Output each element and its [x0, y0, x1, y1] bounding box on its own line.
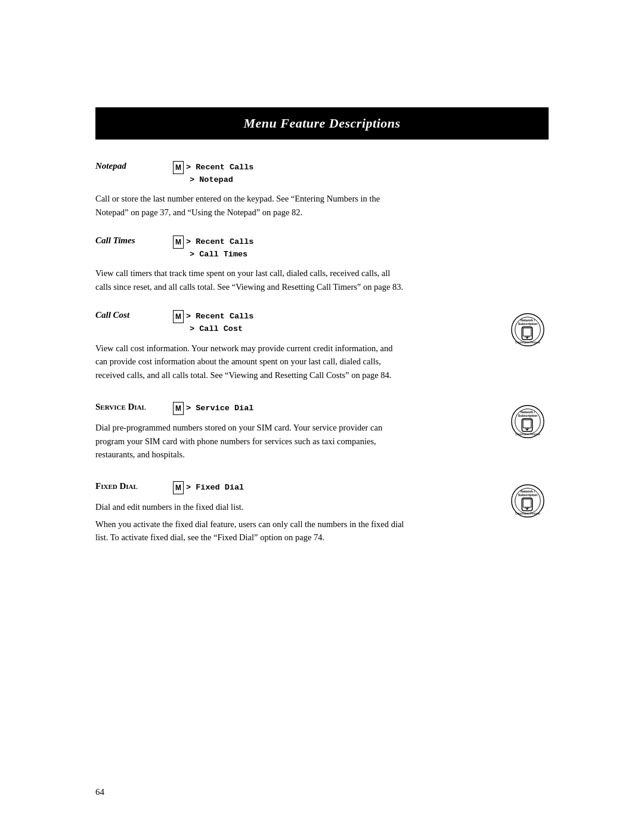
svg-rect-16: [525, 429, 530, 429]
call-cost-text: View call cost information. Your network…: [95, 342, 405, 382]
page: Menu Feature Descriptions Notepad M > Re…: [0, 0, 644, 833]
notepad-header: Notepad M > Recent Calls > Notepad: [95, 161, 549, 186]
notepad-body: Call or store the last number entered on…: [95, 192, 405, 219]
svg-rect-14: [523, 420, 531, 428]
page-number: 64: [95, 787, 104, 797]
call-cost-title: Call Cost: [95, 310, 173, 320]
call-cost-content: Call Cost M > Recent Calls > Call Cost V…: [95, 310, 549, 385]
menu-icon-fixeddial: M: [173, 481, 184, 494]
fixed-dial-header: Fixed Dial M > Fixed Dial: [95, 481, 507, 494]
svg-text:Dependent Feature: Dependent Feature: [515, 342, 540, 345]
svg-rect-7: [525, 337, 530, 337]
svg-rect-25: [525, 508, 530, 509]
menu-icon-servicedial: M: [173, 402, 184, 415]
network-subscription-badge-fixed: Network / Subscription Dependent Feature: [510, 484, 545, 518]
menu-icon-callcost: M: [173, 310, 184, 323]
fixed-dial-nav: M > Fixed Dial: [173, 481, 244, 494]
call-cost-nav: M > Recent Calls > Call Cost: [173, 310, 253, 335]
service-dial-body: Dial pre-programmed numbers stored on yo…: [95, 421, 405, 461]
fixed-dial-badge-area: Network / Subscription Dependent Feature: [507, 481, 549, 518]
section-call-cost: Call Cost M > Recent Calls > Call Cost V…: [95, 310, 549, 385]
service-dial-title: Service Dial: [95, 402, 173, 412]
section-notepad: Notepad M > Recent Calls > Notepad Call …: [95, 161, 549, 219]
fixed-dial-body: Dial and edit numbers in the fixed dial …: [95, 500, 405, 544]
fixed-dial-title: Fixed Dial: [95, 481, 173, 491]
call-cost-body: View call cost information. Your network…: [95, 342, 405, 382]
call-times-nav: M > Recent Calls > Call Times: [173, 236, 253, 261]
fixed-dial-text-2: When you activate the fixed dial feature…: [95, 518, 405, 544]
call-cost-left: Call Cost M > Recent Calls > Call Cost V…: [95, 310, 507, 385]
page-header: Menu Feature Descriptions: [95, 107, 549, 140]
page-title: Menu Feature Descriptions: [107, 116, 537, 131]
network-subscription-badge-service: Network / Subscription Dependent Feature: [510, 404, 545, 439]
notepad-nav-line1: > Recent Calls: [186, 162, 253, 174]
notepad-nav: M > Recent Calls > Notepad: [173, 161, 253, 186]
notepad-nav-line2: > Notepad: [190, 174, 233, 186]
svg-rect-5: [523, 328, 531, 336]
call-times-nav-line1: > Recent Calls: [186, 236, 253, 248]
call-times-header: Call Times M > Recent Calls > Call Times: [95, 236, 549, 261]
svg-text:Subscription: Subscription: [518, 494, 537, 497]
section-service-dial: Service Dial M > Service Dial Dial pre-p…: [95, 402, 549, 465]
service-dial-left: Service Dial M > Service Dial Dial pre-p…: [95, 402, 507, 465]
menu-icon-calltimes: M: [173, 236, 184, 249]
call-times-nav-line2: > Call Times: [190, 249, 247, 261]
call-times-title: Call Times: [95, 236, 173, 246]
section-call-times: Call Times M > Recent Calls > Call Times…: [95, 236, 549, 293]
section-fixed-dial: Fixed Dial M > Fixed Dial Dial and edit …: [95, 481, 549, 547]
service-dial-text: Dial pre-programmed numbers stored on yo…: [95, 421, 405, 461]
service-dial-header: Service Dial M > Service Dial: [95, 402, 507, 415]
call-cost-header: Call Cost M > Recent Calls > Call Cost: [95, 310, 507, 335]
call-cost-nav-line1: > Recent Calls: [186, 311, 253, 323]
call-times-body: View call timers that track time spent o…: [95, 267, 405, 293]
call-cost-badge-area: Network / Subscription Dependent Feature: [507, 310, 549, 347]
svg-text:Dependent Feature: Dependent Feature: [515, 513, 540, 516]
fixed-dial-left: Fixed Dial M > Fixed Dial Dial and edit …: [95, 481, 507, 547]
call-cost-nav-line2: > Call Cost: [190, 323, 243, 335]
fixed-dial-text-1: Dial and edit numbers in the fixed dial …: [95, 500, 405, 513]
network-subscription-badge: Network / Subscription Dependent Feature: [510, 312, 545, 347]
fixed-dial-nav-line1: > Fixed Dial: [186, 482, 244, 494]
service-dial-content: Service Dial M > Service Dial Dial pre-p…: [95, 402, 549, 465]
svg-text:Subscription: Subscription: [518, 414, 537, 417]
service-dial-nav-line1: > Service Dial: [186, 402, 253, 414]
service-dial-badge-area: Network / Subscription Dependent Feature: [507, 402, 549, 439]
notepad-title: Notepad: [95, 161, 173, 171]
fixed-dial-content: Fixed Dial M > Fixed Dial Dial and edit …: [95, 481, 549, 547]
notepad-text: Call or store the last number entered on…: [95, 192, 405, 219]
svg-rect-23: [523, 500, 531, 508]
call-times-text: View call timers that track time spent o…: [95, 267, 405, 293]
menu-icon: M: [173, 161, 184, 174]
svg-text:Subscription: Subscription: [518, 323, 537, 326]
svg-text:Dependent Feature: Dependent Feature: [515, 433, 540, 436]
service-dial-nav: M > Service Dial: [173, 402, 253, 415]
